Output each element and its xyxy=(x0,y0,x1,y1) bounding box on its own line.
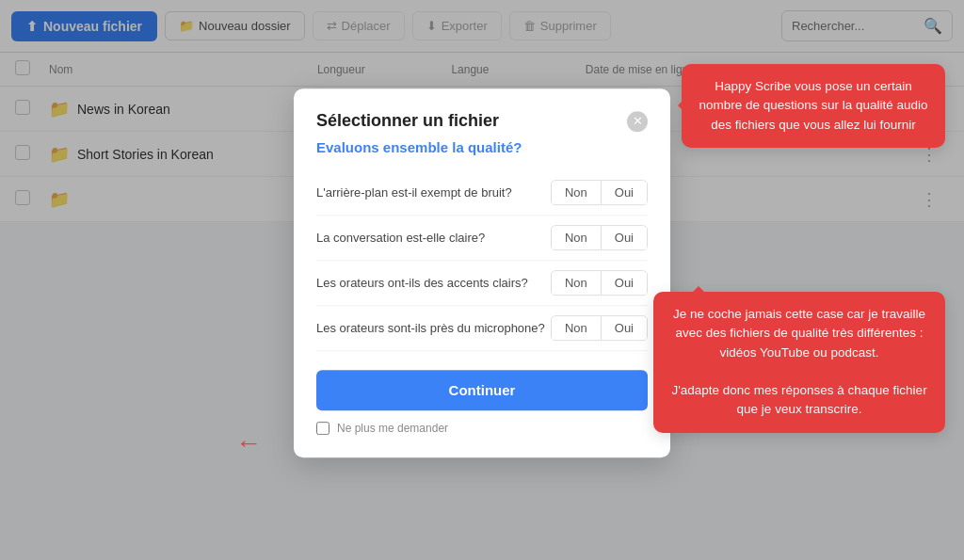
question-text-4: Les orateurs sont-ils près du microphone… xyxy=(316,321,551,335)
continue-button[interactable]: Continuer xyxy=(316,370,648,410)
question-row-1: L'arrière-plan est-il exempt de bruit? N… xyxy=(316,170,648,216)
btn-non-1[interactable]: Non xyxy=(552,181,602,204)
question-text-1: L'arrière-plan est-il exempt de bruit? xyxy=(316,185,551,200)
btn-oui-3[interactable]: Oui xyxy=(602,271,647,295)
btn-non-4[interactable]: Non xyxy=(552,316,602,340)
modal-header: Sélectionner un fichier ✕ xyxy=(316,111,648,132)
modal-close-button[interactable]: ✕ xyxy=(627,111,648,132)
dont-ask-label: Ne plus me demander xyxy=(337,422,448,435)
question-buttons-1: Non Oui xyxy=(551,180,648,205)
arrow-indicator: ← xyxy=(235,428,262,458)
question-buttons-3: Non Oui xyxy=(551,270,648,296)
modal-subtitle: Evaluons ensemble la qualité? xyxy=(316,139,648,155)
question-row-3: Les orateurs ont-ils des accents clairs?… xyxy=(316,261,648,306)
question-text-2: La conversation est-elle claire? xyxy=(316,231,551,245)
question-text-3: Les orateurs ont-ils des accents clairs? xyxy=(316,276,551,290)
question-row-4: Les orateurs sont-ils près du microphone… xyxy=(316,306,648,351)
question-buttons-4: Non Oui xyxy=(551,315,648,341)
tooltip-checkbox-info: Je ne coche jamais cette case car je tra… xyxy=(653,292,945,433)
file-quality-modal: Sélectionner un fichier ✕ Evaluons ensem… xyxy=(294,88,670,457)
btn-oui-4[interactable]: Oui xyxy=(602,316,647,340)
btn-non-2[interactable]: Non xyxy=(552,226,602,249)
modal-title: Sélectionner un fichier xyxy=(316,111,499,131)
btn-oui-2[interactable]: Oui xyxy=(602,226,647,249)
modal-footer: Ne plus me demander xyxy=(316,422,648,435)
btn-oui-1[interactable]: Oui xyxy=(602,181,647,204)
tooltip-quality-info: Happy Scribe vous pose un certain nombre… xyxy=(682,64,945,148)
question-row-2: La conversation est-elle claire? Non Oui xyxy=(316,216,648,261)
btn-non-3[interactable]: Non xyxy=(552,271,602,295)
dont-ask-checkbox[interactable] xyxy=(316,422,329,435)
question-buttons-2: Non Oui xyxy=(551,225,648,250)
